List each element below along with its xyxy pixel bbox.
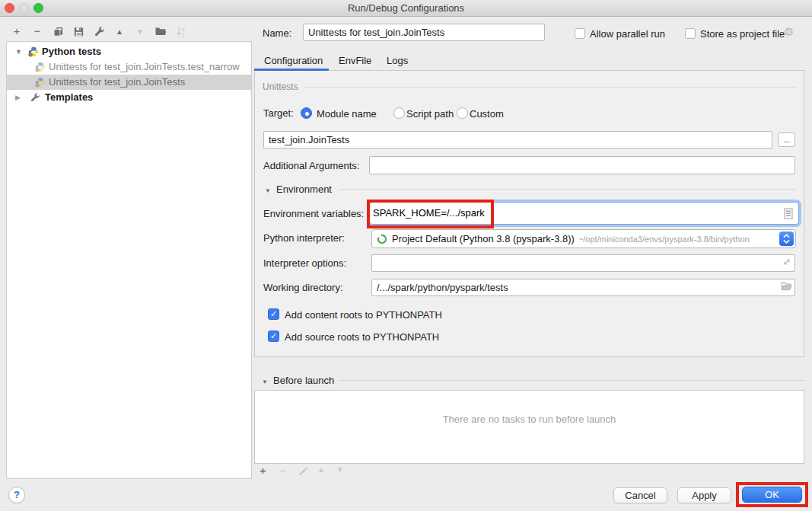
configuration-panel: Unittests Target: Module name Script pat…	[254, 71, 804, 357]
tree-item-label: Python tests	[42, 44, 101, 59]
before-launch-section-label: Before launch	[273, 375, 334, 386]
target-input[interactable]	[263, 131, 772, 149]
target-custom-radio[interactable]	[457, 107, 468, 119]
target-module-name-label: Module name	[317, 108, 377, 120]
help-button[interactable]: ?	[8, 487, 25, 503]
tab-logs[interactable]: Logs	[387, 55, 408, 66]
add-content-roots-checkbox[interactable]: ✓	[268, 308, 279, 320]
before-launch-separator	[340, 380, 804, 381]
select-stepper-icon[interactable]	[779, 232, 794, 246]
working-directory-input[interactable]	[371, 279, 795, 296]
before-launch-add-button[interactable]: +	[260, 464, 266, 477]
before-launch-edit-pencil-icon[interactable]	[298, 466, 308, 478]
add-source-roots-label: Add source roots to PYTHONPATH	[285, 331, 439, 343]
additional-arguments-label: Additional Arguments:	[263, 160, 359, 171]
templates-wrench-icon	[30, 92, 40, 103]
python-test-icon	[35, 62, 46, 72]
gear-icon[interactable]: ⚙	[784, 25, 794, 39]
store-as-project-file-checkbox[interactable]	[685, 28, 696, 39]
interpreter-options-label: Interpreter options:	[263, 257, 346, 269]
conda-env-icon	[377, 234, 387, 244]
tree-item-test-narrow[interactable]: Unittests for test_join.JoinTests.test_n…	[7, 59, 251, 75]
copy-configuration-icon[interactable]	[52, 25, 64, 37]
cancel-button[interactable]: Cancel	[613, 487, 667, 503]
before-launch-empty-text: There are no tasks to run before launch	[255, 414, 804, 425]
target-script-path-radio[interactable]	[393, 107, 405, 119]
additional-arguments-input[interactable]	[369, 156, 795, 174]
tree-expanded-icon[interactable]: ▼	[15, 44, 22, 59]
target-custom-label: Custom	[470, 108, 504, 120]
unittests-group-label: Unittests	[263, 81, 298, 92]
tree-collapsed-icon[interactable]: ▶	[15, 90, 21, 105]
sort-configurations-icon[interactable]: az	[175, 25, 187, 37]
expand-field-icon[interactable]	[782, 257, 791, 269]
window-title: Run/Debug Configurations	[0, 2, 812, 14]
tree-item-label: Templates	[45, 90, 93, 105]
python-interpreter-path: ~/opt/miniconda3/envs/pyspark-3.8/bin/py…	[578, 235, 750, 244]
configurations-tree: ▼ Python tests Unittests for test_join.J…	[6, 41, 252, 479]
annotation-box-ok	[736, 482, 808, 507]
configurations-toolbar: + − ▲ ▼ az	[11, 25, 187, 37]
annotation-box-env-vars	[367, 200, 494, 228]
environment-section-label: Environment	[276, 184, 332, 195]
before-launch-move-down-button[interactable]: ▼	[336, 465, 344, 474]
add-content-roots-label: Add content roots to PYTHONPATH	[285, 309, 442, 321]
target-label: Target:	[263, 107, 294, 119]
before-launch-collapse-icon[interactable]: ▼	[262, 378, 268, 385]
python-interpreter-select[interactable]: Project Default (Python 3.8 (pyspark-3.8…	[371, 229, 796, 248]
folder-open-icon[interactable]	[781, 281, 792, 293]
interpreter-options-input[interactable]	[371, 254, 795, 272]
move-up-button[interactable]: ▲	[113, 25, 126, 37]
group-separator	[304, 87, 796, 88]
before-launch-remove-button[interactable]: −	[279, 464, 286, 477]
svg-text:z: z	[181, 31, 183, 37]
python-tests-icon	[28, 46, 39, 57]
tab-envfile[interactable]: EnvFile	[339, 55, 371, 66]
allow-parallel-run-label: Allow parallel run	[590, 28, 665, 40]
tree-item-label: Unittests for test_join.JoinTests	[49, 75, 185, 90]
remove-configuration-button[interactable]: −	[31, 25, 43, 37]
move-down-button[interactable]: ▼	[134, 25, 146, 37]
store-as-project-file-label: Store as project file	[700, 28, 785, 40]
add-source-roots-checkbox[interactable]: ✓	[268, 331, 279, 342]
before-launch-list: There are no tasks to run before launch	[254, 390, 804, 464]
tree-item-templates[interactable]: ▶ Templates	[7, 90, 251, 105]
name-input[interactable]	[303, 24, 545, 41]
environment-separator	[339, 189, 796, 190]
allow-parallel-run-checkbox[interactable]	[575, 28, 585, 39]
add-configuration-button[interactable]: +	[11, 25, 23, 37]
environment-collapse-icon[interactable]: ▼	[265, 187, 271, 194]
apply-button[interactable]: Apply	[677, 487, 731, 503]
tab-configuration[interactable]: Configuration	[264, 55, 323, 66]
new-folder-icon[interactable]	[154, 25, 167, 37]
working-directory-label: Working directory:	[263, 282, 343, 293]
save-configuration-icon[interactable]	[72, 25, 84, 37]
tree-item-label: Unittests for test_join.JoinTests.test_n…	[49, 59, 240, 75]
target-module-name-radio[interactable]	[301, 107, 312, 119]
tree-item-python-tests[interactable]: ▼ Python tests	[7, 44, 251, 59]
target-browse-button[interactable]: ...	[778, 133, 795, 147]
python-interpreter-label: Python interpreter:	[263, 232, 345, 244]
tree-item-jointests-selected[interactable]: Unittests for test_join.JoinTests	[7, 75, 251, 90]
target-script-path-label: Script path	[406, 108, 454, 120]
python-test-icon	[35, 77, 46, 88]
before-launch-move-up-button[interactable]: ▲	[317, 465, 325, 474]
python-interpreter-value: Project Default (Python 3.8 (pyspark-3.8…	[392, 233, 575, 244]
edit-templates-wrench-icon[interactable]	[93, 25, 105, 37]
environment-variables-label: Environment variables:	[263, 208, 364, 219]
env-vars-list-icon[interactable]	[784, 208, 793, 222]
name-label: Name:	[263, 27, 291, 39]
svg-text:a: a	[181, 26, 184, 31]
title-bar: Run/Debug Configurations	[0, 0, 812, 17]
